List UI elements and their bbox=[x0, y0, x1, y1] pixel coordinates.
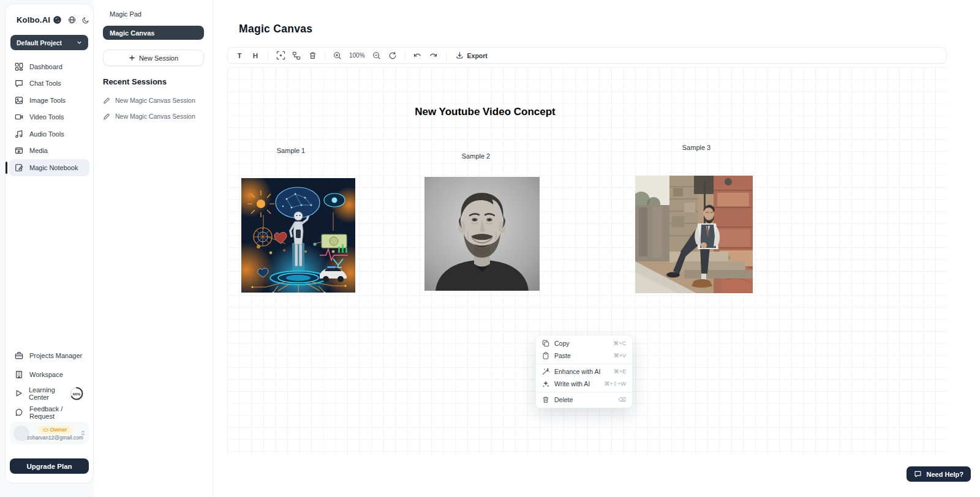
paste-icon bbox=[542, 352, 549, 359]
undo-icon bbox=[413, 51, 422, 60]
sample-image-3[interactable] bbox=[635, 176, 753, 293]
sample-image-1[interactable] bbox=[241, 178, 355, 293]
context-menu-shortcut: ⌘+C bbox=[613, 340, 626, 346]
context-menu-divider bbox=[536, 392, 632, 392]
upgrade-plan-button[interactable]: Upgrade Plan bbox=[10, 458, 89, 474]
magic-canvas-item[interactable]: Magic Canvas bbox=[103, 26, 204, 40]
delete-tool-button[interactable] bbox=[306, 49, 319, 62]
context-menu-shortcut: ⌫ bbox=[618, 397, 626, 403]
context-menu-item-delete[interactable]: Delete ⌫ bbox=[536, 394, 632, 406]
context-menu-shortcut: ⌘+V bbox=[614, 353, 626, 359]
zoom-level[interactable]: 100% bbox=[347, 52, 368, 59]
reset-view-button[interactable] bbox=[386, 49, 399, 62]
sidebar-item-magic-notebook[interactable]: Magic Notebook bbox=[9, 159, 89, 176]
rotate-icon bbox=[388, 51, 397, 60]
feedback-icon bbox=[15, 408, 23, 417]
app-root: Kolbo.AI Default Project Dashboard bbox=[0, 0, 980, 497]
magic-pad-item[interactable]: Magic Pad bbox=[103, 9, 204, 20]
plus-icon bbox=[129, 54, 135, 61]
zoom-out-icon bbox=[372, 51, 381, 60]
sample-1-label[interactable]: Sample 1 bbox=[277, 147, 305, 154]
need-help-label: Need Help? bbox=[926, 471, 963, 478]
context-menu-label: Delete bbox=[554, 396, 573, 403]
sidebar-item-image-tools[interactable]: Image Tools bbox=[9, 92, 89, 109]
context-menu-item-enhance-with-ai[interactable]: Enhance with AI ⌘+E bbox=[536, 365, 632, 378]
sample-2-label[interactable]: Sample 2 bbox=[462, 152, 490, 160]
copy-icon bbox=[542, 340, 549, 347]
user-card[interactable]: Owner zoharvan12@gmail.com bbox=[10, 422, 89, 444]
recent-sessions-heading: Recent Sessions bbox=[103, 77, 204, 86]
canvas-heading[interactable]: New Youtube Video Concept bbox=[415, 106, 556, 118]
context-menu-item-write-with-ai[interactable]: Write with AI ⌘+⇧+W bbox=[536, 378, 632, 390]
main-area: Magic Canvas T H 100% bbox=[213, 0, 980, 497]
sidebar-item-label: Video Tools bbox=[29, 113, 64, 121]
zoom-in-button[interactable] bbox=[331, 49, 344, 62]
pencil-icon bbox=[103, 113, 110, 120]
context-menu-item-paste[interactable]: Paste ⌘+V bbox=[536, 349, 632, 362]
sample-3-label[interactable]: Sample 3 bbox=[682, 144, 710, 151]
globe-icon[interactable] bbox=[68, 16, 76, 24]
heading-tool-button[interactable]: H bbox=[249, 49, 262, 62]
help-chat-icon bbox=[914, 470, 922, 478]
undo-button[interactable] bbox=[411, 49, 424, 62]
flow-tool-button[interactable] bbox=[290, 49, 303, 62]
context-menu-label: Enhance with AI bbox=[554, 368, 600, 375]
sidebar-item-projects-manager[interactable]: Projects Manager bbox=[9, 346, 89, 365]
canvas-toolbar: T H 100% bbox=[227, 47, 947, 64]
chevron-up-down-icon bbox=[81, 430, 85, 436]
new-session-label: New Session bbox=[139, 54, 178, 62]
sidebar: Kolbo.AI Default Project Dashboard bbox=[5, 4, 94, 484]
audio-icon bbox=[15, 130, 23, 138]
sidebar-item-label: Workspace bbox=[29, 371, 63, 378]
sidebar-item-chat-tools[interactable]: Chat Tools bbox=[9, 75, 89, 92]
media-icon bbox=[15, 146, 23, 155]
sidebar-item-feedback-request[interactable]: Feedback / Request bbox=[9, 403, 89, 422]
sample-image-2[interactable] bbox=[424, 177, 540, 291]
sidebar-nav: Dashboard Chat Tools Image Tools Video T… bbox=[6, 58, 93, 176]
redo-button[interactable] bbox=[427, 49, 440, 62]
session-item-label: New Magic Canvas Session bbox=[115, 97, 195, 104]
sidebar-item-label: Learning Center bbox=[29, 386, 62, 401]
chevron-down-icon bbox=[77, 40, 82, 45]
dashboard-icon bbox=[15, 62, 23, 71]
progress-ring-value: 66% bbox=[73, 391, 81, 395]
canvas-grid[interactable]: New Youtube Video Concept Sample 1 Sampl… bbox=[227, 67, 947, 455]
sidebar-item-label: Image Tools bbox=[29, 97, 66, 104]
toolbar-divider bbox=[268, 51, 268, 61]
brain-logo-icon bbox=[53, 15, 62, 24]
project-selector[interactable]: Default Project bbox=[10, 35, 88, 50]
progress-ring-badge: 66% bbox=[69, 386, 84, 401]
crown-icon bbox=[43, 427, 48, 432]
export-button[interactable]: Export bbox=[452, 51, 491, 59]
session-item-label: New Magic Canvas Session bbox=[115, 113, 195, 120]
sidebar-item-label: Feedback / Request bbox=[29, 405, 84, 420]
ai-image-tool-button[interactable] bbox=[274, 49, 287, 62]
context-menu-divider bbox=[536, 364, 632, 364]
context-menu-item-copy[interactable]: Copy ⌘+C bbox=[536, 337, 632, 349]
trash-icon bbox=[309, 51, 317, 59]
sidebar-item-media[interactable]: Media bbox=[9, 143, 89, 160]
upgrade-plan-label: Upgrade Plan bbox=[26, 463, 72, 470]
need-help-button[interactable]: Need Help? bbox=[907, 466, 971, 482]
moon-icon[interactable] bbox=[82, 17, 89, 24]
sparkles-icon bbox=[542, 380, 549, 387]
toolbar-divider bbox=[405, 51, 405, 61]
sidebar-item-video-tools[interactable]: Video Tools bbox=[9, 109, 89, 126]
building-icon bbox=[15, 370, 23, 379]
sidebar-item-workspace[interactable]: Workspace bbox=[9, 365, 89, 384]
sidebar-item-audio-tools[interactable]: Audio Tools bbox=[9, 125, 89, 143]
new-session-button[interactable]: New Session bbox=[103, 50, 204, 66]
download-icon bbox=[456, 51, 464, 59]
session-list-item[interactable]: New Magic Canvas Session bbox=[103, 113, 204, 120]
sidebar-item-learning-center[interactable]: Learning Center 66% bbox=[9, 384, 89, 403]
text-tool-button[interactable]: T bbox=[233, 49, 246, 62]
redo-icon bbox=[429, 51, 438, 60]
app-logo: Kolbo.AI bbox=[17, 15, 50, 24]
sidebar-item-label: Projects Manager bbox=[29, 352, 82, 359]
sidebar-item-dashboard[interactable]: Dashboard bbox=[9, 58, 89, 75]
play-icon bbox=[15, 389, 23, 397]
zoom-out-button[interactable] bbox=[370, 49, 383, 62]
role-badge: Owner bbox=[38, 426, 72, 434]
session-list-item[interactable]: New Magic Canvas Session bbox=[103, 97, 204, 104]
scan-frame-icon bbox=[276, 51, 285, 60]
